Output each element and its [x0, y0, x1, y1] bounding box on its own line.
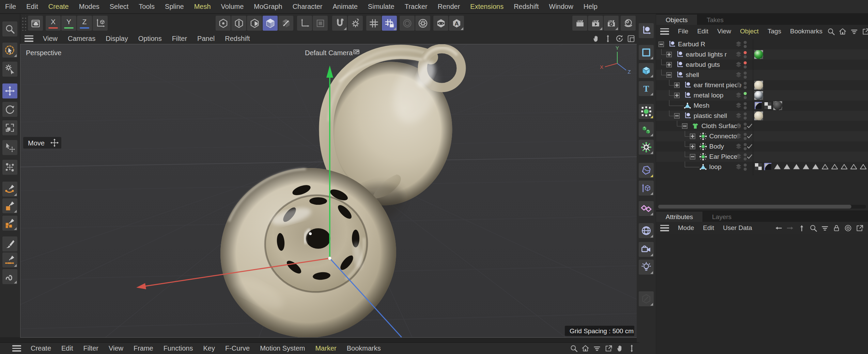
layer-icon[interactable] [735, 143, 743, 150]
filter-icon[interactable] [821, 224, 829, 232]
spline-pen-button[interactable] [2, 182, 17, 197]
om-menu-view[interactable]: View [713, 28, 735, 35]
workplane-mode-button[interactable] [313, 16, 328, 31]
phong-tag[interactable] [754, 102, 762, 110]
enabled-checkmark[interactable] [746, 123, 753, 129]
object-label[interactable]: plastic shell [694, 112, 727, 120]
camera-icon[interactable] [354, 50, 359, 54]
enabled-checkmark[interactable] [746, 143, 753, 150]
editor-visibility-dot[interactable] [744, 92, 747, 95]
object-label[interactable]: ear fitment piece [694, 81, 741, 89]
live-selection-button[interactable] [2, 43, 17, 58]
menu-help[interactable]: Help [578, 3, 603, 11]
layer-icon[interactable] [735, 71, 743, 79]
tree-row-mesh[interactable]: Mesh [656, 101, 868, 111]
tree-row-ear-fitment-piece[interactable]: ear fitment piece [656, 80, 868, 90]
polygons-mode-button[interactable] [247, 16, 262, 31]
menu-mograph[interactable]: MoGraph [249, 3, 287, 11]
tree-row-shell[interactable]: shell [656, 70, 868, 80]
tri-filled-tag[interactable] [792, 163, 801, 171]
home-icon[interactable] [838, 27, 847, 36]
generator-gear-button[interactable] [639, 140, 654, 155]
expand-toggle[interactable] [666, 62, 672, 67]
menu-file[interactable]: File [0, 3, 21, 11]
viewport-menu-view[interactable]: View [38, 35, 63, 43]
menu-mesh[interactable]: Mesh [189, 3, 216, 11]
layer-icon[interactable] [735, 81, 743, 89]
expand-toggle[interactable] [690, 134, 695, 139]
connect-object-icon[interactable] [699, 153, 707, 161]
menu-extensions[interactable]: Extensions [465, 3, 509, 11]
timeline-menu-filter[interactable]: Filter [78, 344, 104, 352]
null-object-icon[interactable] [683, 91, 692, 99]
timeline-menu-view[interactable]: View [104, 344, 128, 352]
z-axis-lock-button[interactable]: Z [77, 16, 92, 31]
object-label[interactable]: Body [709, 143, 724, 150]
render-settings-button[interactable] [604, 16, 619, 31]
menu-redshift[interactable]: Redshift [509, 3, 544, 11]
om-menu-tags[interactable]: Tags [763, 28, 786, 35]
timeline-menu-key[interactable]: Key [198, 344, 220, 352]
primitive-cube-button[interactable] [639, 63, 654, 78]
editor-visibility-dot[interactable] [744, 82, 747, 85]
om-menu-bookmarks[interactable]: Bookmarks [786, 28, 827, 35]
null-object-icon[interactable] [676, 71, 684, 79]
tree-row-earbud-guts[interactable]: earbud guts [656, 60, 868, 70]
menu-animate[interactable]: Animate [327, 3, 362, 11]
editor-visibility-dot[interactable] [744, 61, 747, 64]
viewport-menu-redshift[interactable]: Redshift [220, 35, 255, 43]
om-menu-file[interactable]: File [673, 28, 693, 35]
timeline-menu-marker[interactable]: Marker [310, 344, 341, 352]
tab-takes[interactable]: Takes [697, 15, 733, 25]
uvw-tag[interactable] [754, 163, 762, 171]
expand-toggle[interactable] [674, 82, 680, 88]
connect-object-icon[interactable] [699, 142, 707, 151]
interactive-render-region-button[interactable] [400, 16, 415, 31]
layer-icon[interactable] [735, 61, 743, 68]
null-object-icon[interactable] [676, 61, 684, 69]
layer-icon[interactable] [735, 153, 743, 160]
edit-disabled-button[interactable] [639, 291, 654, 306]
object-label[interactable]: earbud guts [686, 61, 720, 68]
editor-visibility-dot[interactable] [744, 41, 747, 44]
tree-row-body[interactable]: Body [656, 141, 868, 152]
tool-settings-cursor-button[interactable] [2, 62, 17, 77]
timeline-menu-edit[interactable]: Edit [56, 344, 78, 352]
expand-toggle[interactable] [674, 113, 680, 119]
lock-icon[interactable] [832, 224, 841, 232]
timeline-menu-f-curve[interactable]: F-Curve [220, 344, 255, 352]
menu-edit[interactable]: Edit [21, 3, 43, 11]
object-label[interactable]: loop [709, 163, 722, 171]
pan-hand-icon[interactable] [592, 34, 601, 43]
menu-select[interactable]: Select [105, 3, 134, 11]
viewport-menu-options[interactable]: Options [133, 35, 167, 43]
timeline-menu-motion-system[interactable]: Motion System [255, 344, 310, 352]
editor-visibility-dot[interactable] [744, 72, 747, 75]
dolly-icon[interactable] [627, 344, 636, 353]
tree-row-loop[interactable]: loop [656, 162, 868, 172]
tree-row-earbud-r[interactable]: Earbud R [656, 39, 868, 49]
null-object-icon[interactable] [668, 40, 676, 48]
model-mode-button[interactable] [263, 16, 278, 31]
layer-icon[interactable] [735, 122, 743, 130]
viewport-auto-button[interactable]: A [449, 16, 464, 31]
viewport-visibility-button[interactable] [433, 16, 448, 31]
menu-volume[interactable]: Volume [216, 3, 249, 11]
material-thumbnail[interactable] [754, 111, 763, 120]
magnifier-icon[interactable] [809, 224, 818, 232]
tri-filled-tag[interactable] [773, 163, 781, 171]
tri-filled-tag[interactable] [811, 163, 820, 171]
viewport-menu-filter[interactable]: Filter [167, 35, 192, 43]
scale-tool-button[interactable] [2, 120, 17, 135]
om-menu-edit[interactable]: Edit [693, 28, 713, 35]
timeline-menu-create[interactable]: Create [26, 344, 56, 352]
rectangle-pen-button[interactable] [2, 198, 17, 213]
null-object-icon[interactable] [676, 50, 684, 59]
environment-globe-button[interactable] [639, 223, 654, 238]
material-thumbnail[interactable] [754, 81, 763, 90]
coordinate-system-button[interactable] [93, 16, 108, 31]
pan-hand-icon[interactable] [616, 344, 624, 353]
toolbar-grip[interactable] [21, 16, 27, 31]
paint-brush-button[interactable] [2, 236, 17, 251]
tweak-move-button[interactable] [2, 140, 17, 155]
